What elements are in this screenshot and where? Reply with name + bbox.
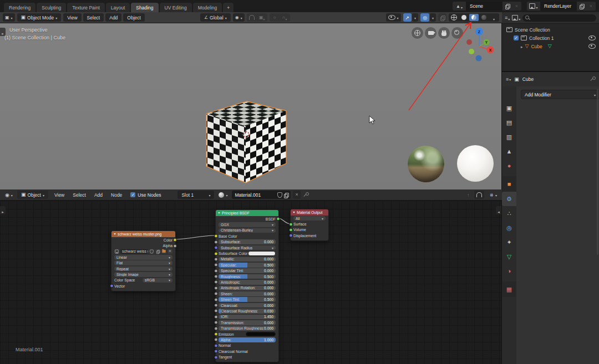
add-modifier-dropdown[interactable]: Add Modifier	[521, 90, 599, 99]
color-space-dropdown[interactable]: sRGB	[143, 278, 172, 283]
properties-tab-scene[interactable]: ▲	[502, 144, 516, 158]
new-scene-button[interactable]	[502, 2, 512, 11]
collapse-icon[interactable]	[218, 212, 220, 214]
properties-tab-render[interactable]: ▣	[502, 101, 516, 115]
input-socket[interactable]	[214, 246, 218, 250]
browse-image-button[interactable]	[114, 249, 119, 254]
principled-bsdf-node[interactable]: Principled BSDF BSDF GGX Christensen-Bur…	[215, 209, 279, 362]
overlays-toggle[interactable]: ◎	[420, 13, 429, 22]
param-slider[interactable]: Sheen:0.000	[219, 291, 276, 296]
properties-tab-physics[interactable]: ◎	[502, 221, 516, 235]
workspace-tab-rendering[interactable]: Rendering	[4, 3, 35, 12]
shader-sidebar-toggle[interactable]	[496, 206, 501, 214]
shader-toolbar-toggle[interactable]	[0, 206, 6, 214]
browse-material-button[interactable]	[216, 191, 230, 199]
shading-settings-dropdown[interactable]	[489, 14, 499, 21]
outliner-search-input[interactable]	[522, 14, 596, 22]
add-workspace-button[interactable]: +	[223, 3, 233, 12]
shader-menu-view[interactable]: View	[53, 192, 66, 198]
workspace-tab-layout[interactable]: Layout	[106, 3, 130, 12]
input-socket[interactable]	[214, 315, 218, 319]
unlink-material-button[interactable]	[293, 191, 300, 199]
rendered-shading-button[interactable]	[479, 14, 489, 21]
param-slider[interactable]: Anisotropic:0.000	[219, 280, 276, 285]
falloff-dropdown[interactable]: ∩	[280, 14, 290, 21]
outliner-editor-type-button[interactable]: ≡	[505, 13, 510, 23]
snap-settings-dropdown[interactable]: ▣	[257, 14, 267, 21]
material-name-field[interactable]: Material.001	[232, 191, 291, 199]
output-socket[interactable]	[173, 238, 177, 242]
input-socket[interactable]	[214, 275, 218, 279]
toolbar-toggle[interactable]	[0, 28, 6, 36]
shader-menu-node[interactable]: Node	[109, 192, 124, 198]
input-socket[interactable]	[214, 309, 218, 313]
node-header[interactable]: Material Output	[291, 209, 328, 216]
node-snapping-toggle[interactable]	[474, 191, 484, 199]
node-header[interactable]: Principled BSDF	[216, 210, 278, 216]
material-output-node[interactable]: Material Output All SurfaceVolumeDisplac…	[290, 209, 329, 241]
color-swatch[interactable]	[246, 332, 276, 336]
workspace-tab-texture-paint[interactable]: Texture Paint	[67, 3, 105, 12]
shader-type-dropdown[interactable]: ▣Object	[17, 191, 48, 199]
viewport-menu-view[interactable]: View	[63, 13, 81, 22]
properties-tab-particles[interactable]: ∴	[502, 206, 516, 221]
display-mode-dropdown[interactable]	[512, 13, 520, 23]
material-preview-shading-button[interactable]	[469, 14, 479, 21]
outliner-row-collection-1[interactable]: Collection 1	[502, 34, 599, 42]
fake-user-shield-icon[interactable]	[277, 192, 282, 198]
param-slider[interactable]: Anisotropic Rotation:0.000	[219, 286, 276, 291]
param-slider[interactable]: Specular Tint:0.000	[219, 268, 276, 273]
param-slider[interactable]: Clearcoat:0.000	[219, 303, 276, 308]
input-socket[interactable]	[214, 263, 218, 267]
param-slider[interactable]: Transmission:0.000	[219, 320, 276, 325]
outliner-row-cube[interactable]: ▽Cube▽	[502, 42, 599, 50]
workspace-tab-modeling[interactable]: Modeling	[193, 3, 222, 12]
input-socket[interactable]	[214, 332, 218, 336]
properties-tab-constraints[interactable]: ✦	[502, 235, 516, 249]
camera-view-button[interactable]	[425, 27, 436, 39]
fake-user-button[interactable]	[149, 249, 154, 254]
gizmos-dropdown[interactable]	[412, 13, 418, 22]
input-socket[interactable]	[214, 298, 218, 301]
input-socket[interactable]	[214, 350, 218, 353]
input-socket[interactable]	[289, 222, 293, 226]
param-slider[interactable]: Alpha:1.000	[219, 337, 276, 342]
checkbox-icon[interactable]	[514, 35, 519, 40]
param-slider[interactable]: Transmission Roughness:0.000	[219, 326, 276, 331]
dropdown[interactable]: Single Image	[114, 272, 172, 277]
properties-tab-material[interactable]: ◑	[502, 264, 516, 278]
render-layer-name-field[interactable]: RenderLayer	[540, 2, 577, 11]
solid-shading-button[interactable]	[459, 14, 469, 21]
properties-tab-object-data[interactable]: ▽	[502, 249, 516, 264]
output-socket[interactable]	[173, 244, 177, 248]
visibility-dropdown[interactable]	[386, 13, 401, 22]
unlink-image-button[interactable]	[167, 249, 172, 254]
editor-type-button[interactable]: ▣	[3, 13, 15, 22]
param-dropdown[interactable]: Subsurface Radius	[219, 245, 276, 250]
node-options-dropdown[interactable]: ⧺	[487, 191, 499, 199]
overlays-dropdown[interactable]	[430, 13, 436, 22]
output-socket[interactable]	[276, 217, 280, 221]
zoom-view-button[interactable]	[451, 27, 463, 39]
input-socket[interactable]	[214, 269, 218, 273]
input-socket[interactable]	[214, 257, 218, 261]
input-socket[interactable]	[214, 304, 218, 307]
color-swatch[interactable]	[248, 251, 276, 255]
collapse-icon[interactable]	[293, 212, 295, 213]
viewport-menu-object[interactable]: Object	[123, 13, 145, 22]
input-socket[interactable]	[214, 286, 218, 290]
input-socket[interactable]	[214, 344, 218, 347]
input-socket[interactable]	[214, 292, 218, 296]
viewport-menu-select[interactable]: Select	[83, 13, 104, 22]
viewport[interactable]: User Perspective (1) Scene Collection | …	[0, 23, 502, 189]
param-slider[interactable]: Clearcoat Roughness:0.030	[219, 309, 276, 314]
new-material-icon[interactable]	[284, 193, 288, 197]
use-nodes-checkbox[interactable]: Use Nodes	[130, 192, 161, 198]
properties-tab-modifiers[interactable]: ⚙	[502, 192, 516, 206]
open-image-button[interactable]	[161, 249, 166, 254]
input-socket[interactable]	[214, 326, 218, 330]
properties-editor-type-button[interactable]: ≡	[506, 76, 511, 82]
pin-icon[interactable]	[590, 76, 595, 82]
input-socket[interactable]	[214, 355, 218, 359]
param-slider[interactable]: Roughness:0.500	[219, 274, 276, 279]
